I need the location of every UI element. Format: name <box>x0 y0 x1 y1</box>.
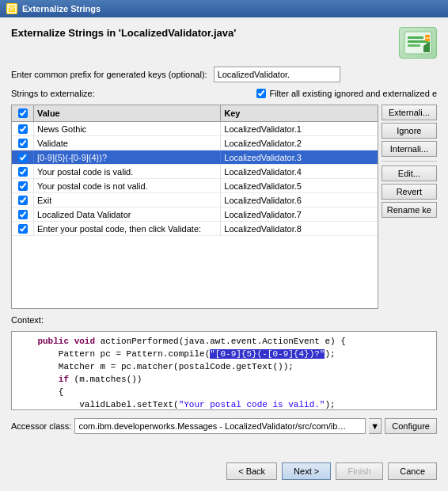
td-check[interactable] <box>12 193 34 207</box>
td-value: Enter your postal code, then click Valid… <box>34 222 221 235</box>
th-check <box>12 105 34 121</box>
td-key: LocalizedValidator.2 <box>221 136 377 150</box>
accessor-row: Accessor class: com.ibm.developerworks.M… <box>11 418 437 434</box>
row-checkbox[interactable] <box>18 139 28 148</box>
dialog-content: Externalize Strings in 'LocalizedValidat… <box>0 17 448 491</box>
filter-checkbox[interactable] <box>256 89 266 98</box>
td-key: LocalizedValidator.5 <box>221 179 377 192</box>
th-key: Key <box>221 105 377 121</box>
prefix-row: Enter common prefix for generated keys (… <box>11 67 437 82</box>
row-checkbox[interactable] <box>18 196 28 205</box>
code-line: Pattern pc = Pattern.compile("[0-9]{5}(-… <box>17 348 431 360</box>
finish-button[interactable]: Finish <box>336 462 383 480</box>
filter-row: Strings to externalize: Filter all exist… <box>11 89 437 98</box>
table-header: Value Key <box>12 105 378 122</box>
row-checkbox[interactable] <box>18 153 28 162</box>
main-area: Value Key News Gothic LocalizedValidator… <box>11 105 437 309</box>
table-row-selected[interactable]: [0-9]{5}(-[0-9]{4})? LocalizedValidator.… <box>12 150 378 165</box>
title-bar-icon <box>6 3 17 14</box>
td-key: LocalizedValidator.3 <box>221 150 377 164</box>
externalize-button[interactable]: Externali... <box>382 105 437 120</box>
code-line: { <box>17 386 431 398</box>
td-check[interactable] <box>12 222 34 235</box>
revert-button[interactable]: Revert <box>382 184 437 200</box>
back-button[interactable]: < Back <box>226 462 277 480</box>
configure-button[interactable]: Configure <box>385 418 437 434</box>
table-row[interactable]: Validate LocalizedValidator.2 <box>12 136 378 150</box>
spacer <box>11 440 437 453</box>
cancel-button[interactable]: Cance <box>388 462 437 480</box>
side-buttons: Externali... Ignore Internali... Edit...… <box>382 105 437 309</box>
td-value: Your postal code is not valid. <box>34 179 221 192</box>
svg-rect-6 <box>408 40 428 43</box>
td-key: LocalizedValidator.8 <box>221 222 377 235</box>
code-line: Matcher m = pc.matcher(postalCode.getTex… <box>17 360 431 373</box>
td-check[interactable] <box>12 207 34 221</box>
td-check[interactable] <box>12 122 34 135</box>
code-line: if (m.matches()) <box>17 373 431 386</box>
td-value: [0-9]{5}(-[0-9]{4})? <box>34 150 221 164</box>
context-label: Context: <box>11 315 437 325</box>
code-line: public void actionPerformed(java.awt.eve… <box>17 335 431 348</box>
code-area: public void actionPerformed(java.awt.eve… <box>11 331 437 410</box>
table-row[interactable]: Localized Data Validator LocalizedValida… <box>12 207 378 222</box>
table-row[interactable]: Enter your postal code, then click Valid… <box>12 222 378 236</box>
strings-label: Strings to externalize: <box>11 89 95 98</box>
dialog-title: Externalize Strings in 'LocalizedValidat… <box>11 27 236 39</box>
filter-checkbox-label[interactable]: Filter all existing ignored and external… <box>256 89 437 98</box>
svg-rect-5 <box>408 36 423 39</box>
td-check[interactable] <box>12 179 34 192</box>
table-body: News Gothic LocalizedValidator.1 Validat… <box>12 122 378 308</box>
next-button[interactable]: Next > <box>282 462 331 480</box>
td-value: Localized Data Validator <box>34 207 221 221</box>
prefix-label: Enter common prefix for generated keys (… <box>11 70 207 79</box>
td-key: LocalizedValidator.1 <box>221 122 377 135</box>
internalize-button[interactable]: Internali... <box>382 141 437 157</box>
dialog-header: Externalize Strings in 'LocalizedValidat… <box>11 27 437 59</box>
title-bar-text: Externalize Strings <box>22 4 101 13</box>
td-value: Validate <box>34 136 221 150</box>
title-bar: Externalize Strings <box>0 0 448 17</box>
accessor-combo[interactable]: com.ibm.developerworks.Messages - Locali… <box>74 418 366 434</box>
td-value: News Gothic <box>34 122 221 135</box>
filter-checkbox-text: Filter all existing ignored and external… <box>269 89 437 98</box>
td-key: LocalizedValidator.6 <box>221 193 377 207</box>
table-row[interactable]: News Gothic LocalizedValidator.1 <box>12 122 378 136</box>
ignore-button[interactable]: Ignore <box>382 123 437 139</box>
row-checkbox[interactable] <box>18 167 28 177</box>
check-all-checkbox[interactable] <box>18 108 28 118</box>
row-checkbox[interactable] <box>18 210 28 219</box>
table-row[interactable]: Your postal code is not valid. Localized… <box>12 179 378 193</box>
rename-key-button[interactable]: Rename ke <box>382 202 437 218</box>
accessor-value: com.ibm.developerworks.Messages - Locali… <box>78 421 347 431</box>
td-value: Your postal code is valid. <box>34 165 221 178</box>
prefix-input[interactable] <box>214 67 340 82</box>
svg-rect-7 <box>408 44 420 47</box>
row-checkbox[interactable] <box>18 224 28 234</box>
td-check[interactable] <box>12 150 34 164</box>
td-key: LocalizedValidator.4 <box>221 165 377 178</box>
table-row[interactable]: Exit LocalizedValidator.6 <box>12 193 378 207</box>
td-check[interactable] <box>12 136 34 150</box>
edit-button[interactable]: Edit... <box>382 166 437 181</box>
dialog-logo <box>399 27 437 59</box>
bottom-buttons: < Back Next > Finish Cance <box>11 459 437 481</box>
row-checkbox[interactable] <box>18 124 28 134</box>
th-value: Value <box>34 105 221 121</box>
table-row[interactable]: Your postal code is valid. LocalizedVali… <box>12 165 378 179</box>
row-checkbox[interactable] <box>18 181 28 191</box>
td-check[interactable] <box>12 165 34 178</box>
accessor-dropdown-arrow[interactable]: ▼ <box>369 418 382 434</box>
strings-table: Value Key News Gothic LocalizedValidator… <box>11 105 378 309</box>
accessor-label: Accessor class: <box>11 421 71 431</box>
code-line: validLabel.setText("Your postal code is … <box>17 398 431 410</box>
td-key: LocalizedValidator.7 <box>221 207 377 221</box>
td-value: Exit <box>34 193 221 207</box>
